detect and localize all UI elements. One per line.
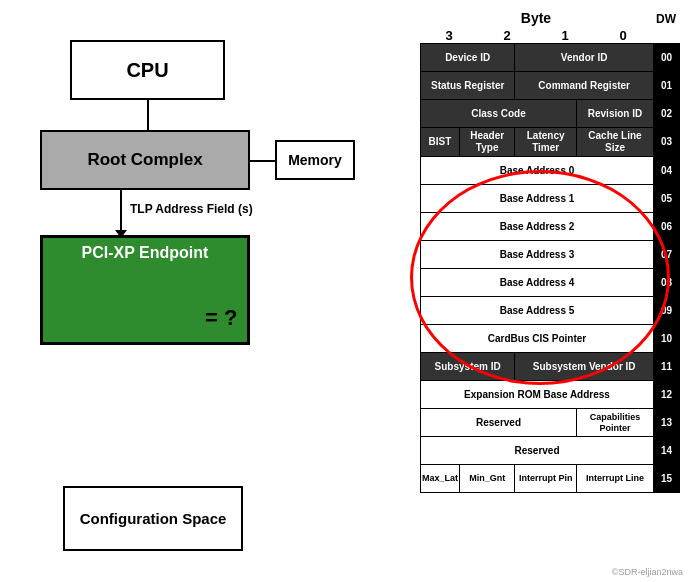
down-arrow [120,190,122,230]
memory-box: Memory [275,140,355,180]
reserved-14-cell: Reserved [421,437,654,465]
dw-03: 03 [654,128,680,157]
dw-15: 15 [654,465,680,493]
table-row: Base Address 5 09 [421,297,680,325]
dw-01: 01 [654,72,680,100]
table-row: Reserved 14 [421,437,680,465]
cardbus-cell: CardBus CIS Pointer [421,325,654,353]
base-addr-1-cell: Base Address 1 [421,185,654,213]
table-row: CardBus CIS Pointer 10 [421,325,680,353]
col-3: 3 [420,28,478,43]
dw-13: 13 [654,409,680,437]
config-space-box: Configuration Space [63,486,243,551]
tlp-label: TLP Address Field (s) [130,202,253,216]
interrupt-pin-cell: Interrupt Pin [515,465,577,493]
table-row: Subsystem ID Subsystem Vendor ID 11 [421,353,680,381]
dw-11: 11 [654,353,680,381]
table-row: Status Register Command Register 01 [421,72,680,100]
max-lat-cell: Max_Lat [421,465,460,493]
subsystem-vendor-cell: Subsystem Vendor ID [515,353,654,381]
dw-10: 10 [654,325,680,353]
config-space-label: Configuration Space [80,510,227,527]
cpu-box: CPU [70,40,225,100]
register-table: Device ID Vendor ID 00 Status Register C… [420,43,680,493]
col-2: 2 [478,28,536,43]
dw-spacer [652,28,680,43]
pci-xp-label: PCI-XP Endpoint [43,238,247,262]
revision-id-cell: Revision ID [577,100,654,128]
dw-14: 14 [654,437,680,465]
class-code-cell: Class Code [421,100,577,128]
table-row: BIST Header Type Latency Timer Cache Lin… [421,128,680,157]
base-addr-3-cell: Base Address 3 [421,241,654,269]
dw-02: 02 [654,100,680,128]
table-row: Max_Lat Min_Gnt Interrupt Pin Interrupt … [421,465,680,493]
latency-timer-cell: Latency Timer [515,128,577,157]
dw-04: 04 [654,157,680,185]
vendor-id-cell: Vendor ID [515,44,654,72]
dw-05: 05 [654,185,680,213]
device-id-cell: Device ID [421,44,515,72]
root-complex-box: Root Complex [40,130,250,190]
equals-label: = ? [205,305,237,331]
header-type-cell: Header Type [460,128,515,157]
capabilities-cell: Capabilities Pointer [577,409,654,437]
cpu-to-rc-line [147,100,149,130]
bist-cell: BIST [421,128,460,157]
watermark: ©SDR-eljian2nwa [612,567,683,577]
base-addr-5-cell: Base Address 5 [421,297,654,325]
register-table-area: Byte DW 3 2 1 0 Device ID Vendor ID 00 S… [420,10,680,493]
table-row: Device ID Vendor ID 00 [421,44,680,72]
memory-label: Memory [288,152,342,168]
dw-07: 07 [654,241,680,269]
table-row: Reserved Capabilities Pointer 13 [421,409,680,437]
col-numbers-row: 3 2 1 0 [420,28,680,43]
dw-00: 00 [654,44,680,72]
subsystem-id-cell: Subsystem ID [421,353,515,381]
byte-header-row: Byte DW [420,10,680,26]
dw-06: 06 [654,213,680,241]
dw-09: 09 [654,297,680,325]
table-row: Base Address 2 06 [421,213,680,241]
table-row: Base Address 4 08 [421,269,680,297]
base-addr-0-cell: Base Address 0 [421,157,654,185]
table-row: Expansion ROM Base Address 12 [421,381,680,409]
base-addr-2-cell: Base Address 2 [421,213,654,241]
expansion-rom-cell: Expansion ROM Base Address [421,381,654,409]
dw-12: 12 [654,381,680,409]
interrupt-line-cell: Interrupt Line [577,465,654,493]
dw-title: DW [652,12,680,26]
left-diagram: CPU Root Complex Memory TLP Address Fiel… [20,20,340,560]
min-gnt-cell: Min_Gnt [460,465,515,493]
cache-line-cell: Cache Line Size [577,128,654,157]
cpu-label: CPU [126,59,168,82]
col-0: 0 [594,28,652,43]
reserved-13-cell: Reserved [421,409,577,437]
rc-mem-line [250,160,275,162]
table-row: Class Code Revision ID 02 [421,100,680,128]
col-1: 1 [536,28,594,43]
command-reg-cell: Command Register [515,72,654,100]
table-row: Base Address 0 04 [421,157,680,185]
status-reg-cell: Status Register [421,72,515,100]
dw-08: 08 [654,269,680,297]
base-addr-4-cell: Base Address 4 [421,269,654,297]
table-row: Base Address 1 05 [421,185,680,213]
table-row: Base Address 3 07 [421,241,680,269]
root-complex-label: Root Complex [87,150,202,170]
byte-title: Byte [420,10,652,26]
